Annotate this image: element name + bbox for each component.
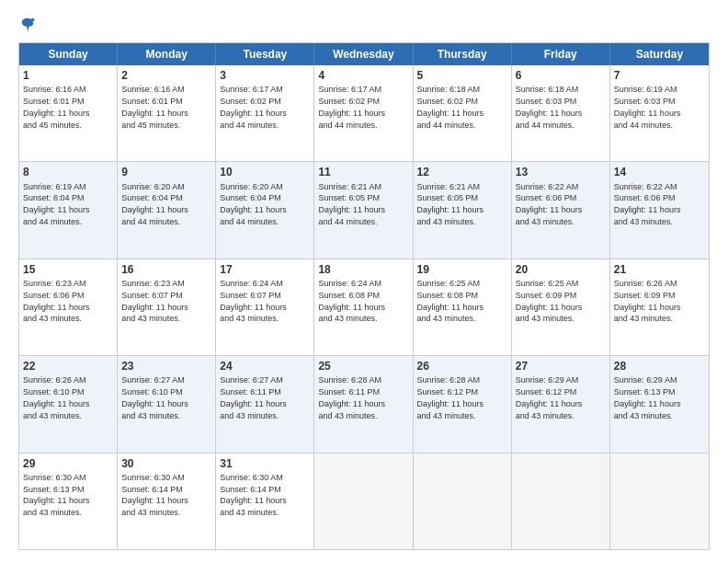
day-number: 20 xyxy=(516,262,606,277)
day-info: Sunrise: 6:21 AMSunset: 6:05 PMDaylight:… xyxy=(318,182,385,226)
day-info: Sunrise: 6:22 AMSunset: 6:06 PMDaylight:… xyxy=(516,182,583,226)
calendar-cell: 15Sunrise: 6:23 AMSunset: 6:06 PMDayligh… xyxy=(19,259,118,355)
calendar-cell: 1Sunrise: 6:16 AMSunset: 6:01 PMDaylight… xyxy=(19,65,118,161)
day-info: Sunrise: 6:16 AMSunset: 6:01 PMDaylight:… xyxy=(23,85,90,129)
calendar-cell: 19Sunrise: 6:25 AMSunset: 6:08 PMDayligh… xyxy=(414,259,512,355)
day-info: Sunrise: 6:26 AMSunset: 6:10 PMDaylight:… xyxy=(23,375,90,419)
day-number: 8 xyxy=(23,165,113,179)
logo-bird-icon xyxy=(19,17,36,33)
calendar-cell: 29Sunrise: 6:30 AMSunset: 6:13 PMDayligh… xyxy=(19,454,118,549)
weekday-header: Wednesday xyxy=(314,43,413,65)
day-number: 18 xyxy=(318,262,408,277)
day-info: Sunrise: 6:26 AMSunset: 6:09 PMDaylight:… xyxy=(614,279,681,323)
day-number: 2 xyxy=(121,68,211,83)
day-number: 3 xyxy=(220,68,310,83)
day-number: 4 xyxy=(318,68,408,83)
calendar-cell: 3Sunrise: 6:17 AMSunset: 6:02 PMDaylight… xyxy=(216,65,314,161)
day-number: 14 xyxy=(614,165,705,179)
calendar-cell: 28Sunrise: 6:29 AMSunset: 6:13 PMDayligh… xyxy=(610,356,709,452)
day-number: 24 xyxy=(220,359,310,373)
calendar-cell: 9Sunrise: 6:20 AMSunset: 6:04 PMDaylight… xyxy=(118,162,216,258)
day-number: 16 xyxy=(121,262,211,277)
calendar-cell: 13Sunrise: 6:22 AMSunset: 6:06 PMDayligh… xyxy=(512,162,610,258)
day-info: Sunrise: 6:30 AMSunset: 6:13 PMDaylight:… xyxy=(23,473,90,517)
weekday-header: Tuesday xyxy=(216,43,314,65)
day-number: 30 xyxy=(121,456,211,471)
day-number: 23 xyxy=(121,359,211,373)
day-info: Sunrise: 6:19 AMSunset: 6:03 PMDaylight:… xyxy=(614,85,681,129)
calendar-row: 15Sunrise: 6:23 AMSunset: 6:06 PMDayligh… xyxy=(19,259,709,355)
day-number: 22 xyxy=(23,359,113,373)
day-info: Sunrise: 6:25 AMSunset: 6:08 PMDaylight:… xyxy=(417,279,484,323)
calendar-row: 22Sunrise: 6:26 AMSunset: 6:10 PMDayligh… xyxy=(19,355,709,452)
day-info: Sunrise: 6:27 AMSunset: 6:10 PMDaylight:… xyxy=(121,375,188,419)
calendar-cell: 11Sunrise: 6:21 AMSunset: 6:05 PMDayligh… xyxy=(314,162,413,258)
calendar-cell: 10Sunrise: 6:20 AMSunset: 6:04 PMDayligh… xyxy=(216,162,314,258)
weekday-header: Sunday xyxy=(19,43,118,65)
calendar-cell: 25Sunrise: 6:28 AMSunset: 6:11 PMDayligh… xyxy=(314,356,413,452)
day-info: Sunrise: 6:19 AMSunset: 6:04 PMDaylight:… xyxy=(23,182,90,226)
day-number: 12 xyxy=(417,165,507,179)
day-info: Sunrise: 6:25 AMSunset: 6:09 PMDaylight:… xyxy=(516,279,583,323)
weekday-header: Friday xyxy=(512,43,610,65)
calendar-cell: 16Sunrise: 6:23 AMSunset: 6:07 PMDayligh… xyxy=(118,259,216,355)
day-number: 9 xyxy=(121,165,211,179)
calendar-cell: 24Sunrise: 6:27 AMSunset: 6:11 PMDayligh… xyxy=(216,356,314,452)
calendar-cell xyxy=(512,454,610,549)
day-number: 13 xyxy=(516,165,606,179)
day-info: Sunrise: 6:20 AMSunset: 6:04 PMDaylight:… xyxy=(220,182,287,226)
calendar-cell: 26Sunrise: 6:28 AMSunset: 6:12 PMDayligh… xyxy=(414,356,512,452)
day-number: 25 xyxy=(318,359,408,373)
header xyxy=(18,17,710,33)
calendar-header: SundayMondayTuesdayWednesdayThursdayFrid… xyxy=(19,43,709,65)
calendar-cell: 30Sunrise: 6:30 AMSunset: 6:14 PMDayligh… xyxy=(118,454,216,549)
calendar-cell xyxy=(314,454,413,549)
day-info: Sunrise: 6:17 AMSunset: 6:02 PMDaylight:… xyxy=(220,85,287,129)
day-info: Sunrise: 6:27 AMSunset: 6:11 PMDaylight:… xyxy=(220,375,287,419)
day-number: 21 xyxy=(614,262,705,277)
weekday-header: Saturday xyxy=(610,43,709,65)
day-number: 27 xyxy=(516,359,606,373)
calendar-cell: 18Sunrise: 6:24 AMSunset: 6:08 PMDayligh… xyxy=(314,259,413,355)
day-number: 19 xyxy=(417,262,507,277)
day-info: Sunrise: 6:24 AMSunset: 6:07 PMDaylight:… xyxy=(220,279,287,323)
calendar-body: 1Sunrise: 6:16 AMSunset: 6:01 PMDaylight… xyxy=(19,65,709,549)
day-number: 10 xyxy=(220,165,310,179)
calendar-cell: 20Sunrise: 6:25 AMSunset: 6:09 PMDayligh… xyxy=(512,259,610,355)
calendar-cell: 17Sunrise: 6:24 AMSunset: 6:07 PMDayligh… xyxy=(216,259,314,355)
day-info: Sunrise: 6:18 AMSunset: 6:02 PMDaylight:… xyxy=(417,85,484,129)
day-number: 11 xyxy=(318,165,408,179)
calendar-cell xyxy=(414,454,512,549)
day-number: 6 xyxy=(516,68,606,83)
day-info: Sunrise: 6:30 AMSunset: 6:14 PMDaylight:… xyxy=(121,473,188,517)
calendar-row: 1Sunrise: 6:16 AMSunset: 6:01 PMDaylight… xyxy=(19,65,709,161)
day-number: 7 xyxy=(614,68,705,83)
calendar-cell: 21Sunrise: 6:26 AMSunset: 6:09 PMDayligh… xyxy=(610,259,709,355)
weekday-header: Thursday xyxy=(414,43,512,65)
day-info: Sunrise: 6:23 AMSunset: 6:06 PMDaylight:… xyxy=(23,279,90,323)
day-number: 28 xyxy=(614,359,705,373)
day-info: Sunrise: 6:23 AMSunset: 6:07 PMDaylight:… xyxy=(121,279,188,323)
day-info: Sunrise: 6:29 AMSunset: 6:13 PMDaylight:… xyxy=(614,375,681,419)
calendar-cell: 7Sunrise: 6:19 AMSunset: 6:03 PMDaylight… xyxy=(610,65,709,161)
day-number: 29 xyxy=(23,456,113,471)
page: SundayMondayTuesdayWednesdayThursdayFrid… xyxy=(0,0,728,563)
day-info: Sunrise: 6:24 AMSunset: 6:08 PMDaylight:… xyxy=(318,279,385,323)
day-number: 1 xyxy=(23,68,113,83)
day-number: 17 xyxy=(220,262,310,277)
day-number: 26 xyxy=(417,359,507,373)
calendar-cell: 12Sunrise: 6:21 AMSunset: 6:05 PMDayligh… xyxy=(414,162,512,258)
day-info: Sunrise: 6:18 AMSunset: 6:03 PMDaylight:… xyxy=(516,85,583,129)
calendar-cell: 23Sunrise: 6:27 AMSunset: 6:10 PMDayligh… xyxy=(118,356,216,452)
day-info: Sunrise: 6:28 AMSunset: 6:11 PMDaylight:… xyxy=(318,375,385,419)
calendar-cell: 2Sunrise: 6:16 AMSunset: 6:01 PMDaylight… xyxy=(118,65,216,161)
calendar-cell: 31Sunrise: 6:30 AMSunset: 6:14 PMDayligh… xyxy=(216,454,314,549)
day-info: Sunrise: 6:21 AMSunset: 6:05 PMDaylight:… xyxy=(417,182,484,226)
calendar-cell: 27Sunrise: 6:29 AMSunset: 6:12 PMDayligh… xyxy=(512,356,610,452)
logo xyxy=(18,17,36,33)
day-info: Sunrise: 6:17 AMSunset: 6:02 PMDaylight:… xyxy=(318,85,385,129)
day-info: Sunrise: 6:20 AMSunset: 6:04 PMDaylight:… xyxy=(121,182,188,226)
calendar-cell: 8Sunrise: 6:19 AMSunset: 6:04 PMDaylight… xyxy=(19,162,118,258)
day-info: Sunrise: 6:22 AMSunset: 6:06 PMDaylight:… xyxy=(614,182,681,226)
calendar-cell: 14Sunrise: 6:22 AMSunset: 6:06 PMDayligh… xyxy=(610,162,709,258)
